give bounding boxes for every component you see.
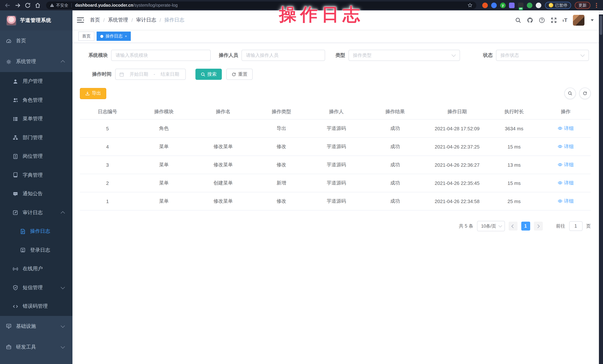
sidebar-item-online-users[interactable]: 在线用户: [0, 260, 72, 278]
table-cell: 修改菜单: [193, 156, 254, 174]
browser-reload-icon[interactable]: [24, 2, 31, 8]
sidebar-item-login-log[interactable]: 登录日志: [0, 241, 72, 260]
sidebar-item-label: 审计日志: [23, 209, 43, 216]
sidebar-item-role-management[interactable]: 角色管理: [0, 91, 72, 110]
next-page-button[interactable]: [534, 222, 543, 231]
status-select[interactable]: 操作状态: [496, 50, 589, 61]
goto-label: 前往: [556, 223, 565, 229]
close-icon[interactable]: ×: [125, 34, 127, 38]
table-cell: 菜单: [135, 174, 193, 192]
sidebar-item-label: 错误码管理: [23, 303, 48, 310]
table-cell: 修改菜单: [193, 138, 254, 156]
sidebar-item-notice-announcement[interactable]: 通知公告: [0, 185, 72, 203]
operator-input[interactable]: [242, 50, 325, 61]
table-cell: 2021-04-26 22:35:45: [427, 174, 487, 192]
detail-link[interactable]: 详细: [558, 198, 574, 205]
sidebar-item-user-management[interactable]: 用户管理: [0, 72, 72, 91]
detail-link[interactable]: 详细: [558, 125, 574, 132]
module-input[interactable]: [111, 50, 211, 61]
search-icon[interactable]: [515, 17, 521, 23]
leaf-extension-icon[interactable]: [527, 2, 533, 8]
table-toolbar: 导出: [80, 88, 591, 99]
update-button[interactable]: 更新: [575, 2, 590, 9]
table-cell: 15 ms: [487, 174, 541, 192]
show-search-button[interactable]: [564, 88, 576, 99]
pin-extension-icon[interactable]: [536, 2, 541, 8]
paused-chip[interactable]: 已暂停: [545, 2, 571, 9]
sidebar-item-operate-log[interactable]: 操作日志: [0, 222, 72, 241]
sidebar-item-home[interactable]: 首页: [0, 31, 72, 51]
sidebar-item-infrastructure[interactable]: 基础设施: [0, 316, 72, 337]
video-helper-extension-icon[interactable]: y: [500, 2, 506, 8]
page-number-button[interactable]: 1: [521, 222, 530, 231]
type-select[interactable]: 操作类型: [348, 50, 460, 61]
sidebar-item-system-management[interactable]: 系统管理: [0, 51, 72, 72]
prev-page-button[interactable]: [509, 222, 517, 231]
sidebar-item-menu-management[interactable]: 菜单管理: [0, 110, 72, 128]
page-size-select[interactable]: 10条/页: [477, 221, 505, 231]
breadcrumb-separator: /: [160, 17, 161, 23]
date-range-picker[interactable]: 开始日期 - 结束日期: [115, 69, 186, 80]
breadcrumb-item[interactable]: 审计日志: [136, 17, 156, 23]
goto-page-input[interactable]: [569, 221, 582, 231]
github-icon[interactable]: [527, 17, 533, 23]
browser-forward-icon[interactable]: [14, 2, 21, 8]
browser-menu-icon[interactable]: [594, 2, 599, 8]
audit-log-icon: [13, 210, 18, 216]
sidebar-item-post-management[interactable]: 岗位管理: [0, 147, 72, 166]
font-size-icon[interactable]: тT: [562, 17, 567, 23]
table-cell: 3634 ms: [487, 119, 541, 138]
column-header: 操作名: [193, 104, 254, 119]
detail-link[interactable]: 详细: [558, 180, 574, 186]
tab-operate-log[interactable]: 操作日志×: [97, 32, 131, 41]
browser-home-icon[interactable]: [35, 2, 41, 8]
table-row: 4菜单修改菜单修改芋道源码成功2021-04-26 22:37:2515 ms详…: [80, 138, 591, 156]
address-bar[interactable]: 不安全 dashboard.yudao.iocoder.cn/system/lo…: [46, 1, 476, 9]
refresh-icon: [232, 72, 236, 77]
help-icon[interactable]: [539, 17, 545, 23]
sidebar-item-dict-management[interactable]: 字典管理: [0, 166, 72, 185]
sidebar-item-dept-management[interactable]: 部门管理: [0, 128, 72, 147]
table-cell: 芋道源码: [309, 138, 363, 156]
table-cell: 详细: [541, 192, 591, 210]
sidebar-item-label: 通知公告: [23, 191, 43, 197]
app-logo-row: 芋道管理系统: [0, 11, 72, 31]
table-cell: 菜单: [135, 138, 193, 156]
location-extension-icon[interactable]: [491, 2, 497, 8]
user-avatar[interactable]: [573, 15, 584, 25]
chevron-down-icon: [61, 323, 65, 328]
fullscreen-icon[interactable]: [550, 17, 557, 23]
table-cell: 3: [80, 156, 135, 174]
breadcrumb-item[interactable]: 系统管理: [108, 17, 128, 23]
reset-button[interactable]: 重置: [226, 69, 253, 80]
sidebar-collapse-icon[interactable]: [77, 17, 84, 23]
update-label: 更新: [579, 2, 587, 8]
chevron-down-icon[interactable]: [591, 19, 594, 21]
status-select-placeholder: 操作状态: [500, 52, 519, 58]
user-icon: [13, 79, 18, 84]
sidebar-item-sms-management[interactable]: 短信管理: [0, 278, 72, 297]
proxy-on-extension-icon[interactable]: on: [518, 2, 523, 8]
sidebar-item-audit-log[interactable]: 审计日志: [0, 203, 72, 222]
monitor-icon: [6, 323, 12, 329]
export-button[interactable]: 导出: [80, 88, 106, 99]
code-icon: [13, 304, 18, 309]
bookmark-star-icon[interactable]: [467, 3, 473, 8]
ubuntu-extension-icon[interactable]: [482, 2, 488, 8]
sidebar-item-dev-tools[interactable]: 研发工具: [0, 337, 72, 357]
browser-scrollbar[interactable]: [599, 11, 603, 364]
table-cell: 详细: [541, 119, 591, 138]
sidebar-item-error-code-management[interactable]: 错误码管理: [0, 297, 72, 316]
refresh-table-button[interactable]: [579, 88, 591, 99]
search-button[interactable]: 搜索: [196, 69, 222, 80]
scrollbar-thumb[interactable]: [600, 16, 602, 35]
breadcrumb-item[interactable]: 首页: [90, 17, 100, 23]
stats-extension-icon[interactable]: [509, 2, 515, 8]
table-cell: 成功: [363, 138, 427, 156]
detail-link[interactable]: 详细: [558, 162, 574, 168]
tab-home[interactable]: 首页: [78, 32, 94, 41]
detail-link[interactable]: 详细: [558, 143, 574, 150]
online-users-icon: [13, 266, 18, 272]
table-cell: 2: [80, 174, 135, 192]
browser-back-icon[interactable]: [4, 2, 11, 8]
